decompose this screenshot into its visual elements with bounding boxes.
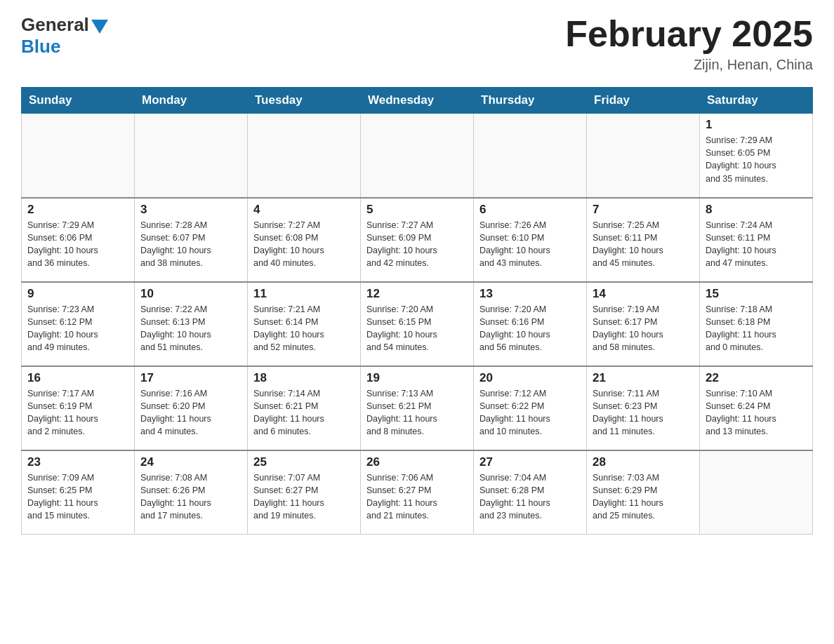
day-number: 21: [593, 371, 694, 385]
day-info: Sunrise: 7:20 AM Sunset: 6:16 PM Dayligh…: [479, 303, 581, 354]
day-info: Sunrise: 7:13 AM Sunset: 6:21 PM Dayligh…: [366, 387, 468, 438]
day-info: Sunrise: 7:12 AM Sunset: 6:22 PM Dayligh…: [479, 387, 581, 438]
logo-blue-text: Blue: [21, 36, 60, 58]
calendar-cell: 28Sunrise: 7:03 AM Sunset: 6:29 PM Dayli…: [587, 450, 700, 535]
day-number: 7: [593, 203, 694, 217]
day-info: Sunrise: 7:22 AM Sunset: 6:13 PM Dayligh…: [140, 303, 241, 354]
weekday-header-friday: Friday: [587, 88, 700, 114]
weekday-header-tuesday: Tuesday: [248, 88, 361, 114]
day-number: 28: [593, 455, 694, 469]
calendar-cell: 24Sunrise: 7:08 AM Sunset: 6:26 PM Dayli…: [135, 450, 248, 535]
day-number: 26: [366, 455, 468, 469]
calendar-cell: 14Sunrise: 7:19 AM Sunset: 6:17 PM Dayli…: [587, 282, 700, 366]
calendar-cell: 18Sunrise: 7:14 AM Sunset: 6:21 PM Dayli…: [248, 366, 361, 450]
day-number: 2: [27, 203, 128, 217]
calendar-week-row: 16Sunrise: 7:17 AM Sunset: 6:19 PM Dayli…: [22, 366, 813, 450]
day-number: 6: [479, 203, 581, 217]
day-number: 23: [27, 455, 128, 469]
calendar-cell: 9Sunrise: 7:23 AM Sunset: 6:12 PM Daylig…: [22, 282, 135, 366]
day-info: Sunrise: 7:21 AM Sunset: 6:14 PM Dayligh…: [253, 303, 355, 354]
day-info: Sunrise: 7:26 AM Sunset: 6:10 PM Dayligh…: [479, 219, 581, 270]
day-info: Sunrise: 7:16 AM Sunset: 6:20 PM Dayligh…: [140, 387, 241, 438]
day-number: 14: [593, 287, 694, 301]
day-number: 8: [706, 203, 807, 217]
day-number: 10: [140, 287, 241, 301]
day-info: Sunrise: 7:27 AM Sunset: 6:08 PM Dayligh…: [253, 219, 355, 270]
calendar-cell: [474, 114, 587, 198]
calendar-cell: [135, 114, 248, 198]
calendar-cell: 16Sunrise: 7:17 AM Sunset: 6:19 PM Dayli…: [22, 366, 135, 450]
calendar-cell: 21Sunrise: 7:11 AM Sunset: 6:23 PM Dayli…: [587, 366, 700, 450]
calendar-cell: 26Sunrise: 7:06 AM Sunset: 6:27 PM Dayli…: [361, 450, 474, 535]
weekday-header-saturday: Saturday: [700, 88, 813, 114]
day-info: Sunrise: 7:11 AM Sunset: 6:23 PM Dayligh…: [593, 387, 694, 438]
calendar-cell: 19Sunrise: 7:13 AM Sunset: 6:21 PM Dayli…: [361, 366, 474, 450]
calendar-cell: 5Sunrise: 7:27 AM Sunset: 6:09 PM Daylig…: [361, 198, 474, 282]
calendar-cell: 4Sunrise: 7:27 AM Sunset: 6:08 PM Daylig…: [248, 198, 361, 282]
day-info: Sunrise: 7:10 AM Sunset: 6:24 PM Dayligh…: [706, 387, 807, 438]
day-info: Sunrise: 7:03 AM Sunset: 6:29 PM Dayligh…: [593, 471, 694, 523]
calendar-cell: 22Sunrise: 7:10 AM Sunset: 6:24 PM Dayli…: [700, 366, 813, 450]
calendar-cell: 23Sunrise: 7:09 AM Sunset: 6:25 PM Dayli…: [22, 450, 135, 535]
day-info: Sunrise: 7:27 AM Sunset: 6:09 PM Dayligh…: [366, 219, 468, 270]
day-info: Sunrise: 7:29 AM Sunset: 6:05 PM Dayligh…: [706, 134, 807, 185]
day-number: 5: [366, 203, 468, 217]
day-info: Sunrise: 7:07 AM Sunset: 6:27 PM Dayligh…: [253, 471, 355, 523]
day-number: 17: [140, 371, 241, 385]
day-number: 11: [253, 287, 355, 301]
weekday-header-wednesday: Wednesday: [361, 88, 474, 114]
calendar-cell: [700, 450, 813, 535]
day-info: Sunrise: 7:28 AM Sunset: 6:07 PM Dayligh…: [140, 219, 241, 270]
calendar-cell: 12Sunrise: 7:20 AM Sunset: 6:15 PM Dayli…: [361, 282, 474, 366]
calendar-cell: 6Sunrise: 7:26 AM Sunset: 6:10 PM Daylig…: [474, 198, 587, 282]
calendar-cell: 25Sunrise: 7:07 AM Sunset: 6:27 PM Dayli…: [248, 450, 361, 535]
day-number: 18: [253, 371, 355, 385]
location-label: Zijin, Henan, China: [565, 57, 813, 73]
day-info: Sunrise: 7:25 AM Sunset: 6:11 PM Dayligh…: [593, 219, 694, 270]
calendar-header-row: SundayMondayTuesdayWednesdayThursdayFrid…: [22, 88, 813, 114]
calendar-cell: 8Sunrise: 7:24 AM Sunset: 6:11 PM Daylig…: [700, 198, 813, 282]
day-info: Sunrise: 7:18 AM Sunset: 6:18 PM Dayligh…: [706, 303, 807, 354]
calendar-cell: 27Sunrise: 7:04 AM Sunset: 6:28 PM Dayli…: [474, 450, 587, 535]
calendar-cell: [248, 114, 361, 198]
calendar-cell: [587, 114, 700, 198]
day-info: Sunrise: 7:08 AM Sunset: 6:26 PM Dayligh…: [140, 471, 241, 523]
day-number: 19: [366, 371, 468, 385]
calendar-table: SundayMondayTuesdayWednesdayThursdayFrid…: [21, 87, 813, 535]
day-number: 16: [27, 371, 128, 385]
calendar-cell: 7Sunrise: 7:25 AM Sunset: 6:11 PM Daylig…: [587, 198, 700, 282]
calendar-cell: 11Sunrise: 7:21 AM Sunset: 6:14 PM Dayli…: [248, 282, 361, 366]
calendar-cell: [361, 114, 474, 198]
day-number: 22: [706, 371, 807, 385]
month-title: February 2025: [565, 14, 813, 54]
calendar-week-row: 2Sunrise: 7:29 AM Sunset: 6:06 PM Daylig…: [22, 198, 813, 282]
day-info: Sunrise: 7:29 AM Sunset: 6:06 PM Dayligh…: [27, 219, 128, 270]
day-number: 24: [140, 455, 241, 469]
day-number: 27: [479, 455, 581, 469]
day-number: 25: [253, 455, 355, 469]
calendar-week-row: 9Sunrise: 7:23 AM Sunset: 6:12 PM Daylig…: [22, 282, 813, 366]
day-info: Sunrise: 7:23 AM Sunset: 6:12 PM Dayligh…: [27, 303, 128, 354]
weekday-header-thursday: Thursday: [474, 88, 587, 114]
calendar-cell: 20Sunrise: 7:12 AM Sunset: 6:22 PM Dayli…: [474, 366, 587, 450]
day-info: Sunrise: 7:14 AM Sunset: 6:21 PM Dayligh…: [253, 387, 355, 438]
calendar-cell: 10Sunrise: 7:22 AM Sunset: 6:13 PM Dayli…: [135, 282, 248, 366]
day-number: 20: [479, 371, 581, 385]
calendar-week-row: 1Sunrise: 7:29 AM Sunset: 6:05 PM Daylig…: [22, 114, 813, 198]
day-info: Sunrise: 7:20 AM Sunset: 6:15 PM Dayligh…: [366, 303, 468, 354]
logo-general-text: General: [21, 14, 89, 36]
page-header: General Blue February 2025 Zijin, Henan,…: [21, 14, 813, 73]
day-info: Sunrise: 7:06 AM Sunset: 6:27 PM Dayligh…: [366, 471, 468, 523]
day-number: 13: [479, 287, 581, 301]
calendar-cell: 15Sunrise: 7:18 AM Sunset: 6:18 PM Dayli…: [700, 282, 813, 366]
day-number: 15: [706, 287, 807, 301]
day-number: 9: [27, 287, 128, 301]
day-info: Sunrise: 7:09 AM Sunset: 6:25 PM Dayligh…: [27, 471, 128, 523]
day-info: Sunrise: 7:19 AM Sunset: 6:17 PM Dayligh…: [593, 303, 694, 354]
day-number: 12: [366, 287, 468, 301]
title-area: February 2025 Zijin, Henan, China: [565, 14, 813, 73]
logo-triangle-icon: [91, 20, 108, 34]
calendar-cell: 17Sunrise: 7:16 AM Sunset: 6:20 PM Dayli…: [135, 366, 248, 450]
day-number: 1: [706, 118, 807, 132]
weekday-header-sunday: Sunday: [22, 88, 135, 114]
